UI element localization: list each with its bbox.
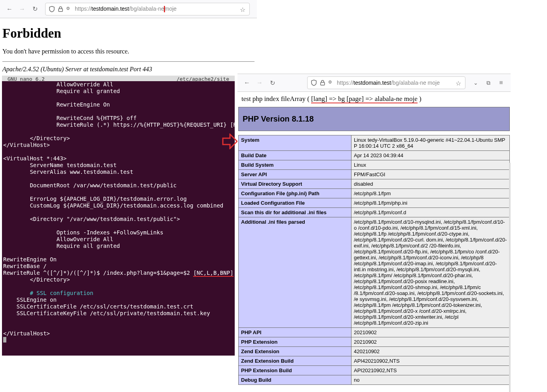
info-key: Additional .ini files parsed <box>239 217 351 328</box>
table-row: PHP Extension20210902 <box>239 337 510 347</box>
arrow-icon <box>222 133 238 149</box>
info-key: System <box>239 135 351 151</box>
phpinfo: PHP Version 8.1.18 SystemLinux tedy-Virt… <box>237 106 511 386</box>
info-value: 20210902 <box>351 328 510 337</box>
rewrite-flags: [NC,L,B,BNP] <box>193 270 233 277</box>
lock-icon <box>319 80 326 86</box>
info-value: disabled <box>351 179 510 189</box>
shield-icon <box>311 80 317 86</box>
url-text-left: https://testdomain.test/bg/alabala-nemoj… <box>75 6 237 12</box>
menu-icon[interactable]: ≡ <box>496 77 507 88</box>
table-row: Build SystemLinux <box>239 160 510 170</box>
settings-icon: ⚙ <box>328 80 334 86</box>
table-row: SystemLinux tedy-VirtualBox 5.19.0-40-ge… <box>239 135 510 151</box>
info-key: Scan this dir for additional .ini files <box>239 208 351 217</box>
terminal-header: GNU nano 6.2 /etc/apache2/site <box>2 76 235 81</box>
table-row: Zend Extension420210902 <box>239 347 510 356</box>
info-value: Linux tedy-VirtualBox 5.19.0-40-generic … <box>351 135 510 151</box>
server-signature: Apache/2.4.52 (Ubuntu) Server at testdom… <box>2 66 255 73</box>
info-value: API20210902,NTS <box>351 366 510 375</box>
info-key: Server API <box>239 170 351 179</box>
info-key: Zend Extension <box>239 347 351 356</box>
php-output-line: test php index fileArray ( [lang] => bg … <box>237 92 511 106</box>
pocket-icon[interactable]: ⌄ <box>470 77 481 88</box>
info-key: PHP API <box>239 328 351 337</box>
info-key: Configuration File (php.ini) Path <box>239 189 351 198</box>
back-button[interactable]: ← <box>241 77 253 88</box>
info-key: Debug Build <box>239 375 351 385</box>
table-row: Server APIFPM/FastCGI <box>239 170 510 179</box>
url-bar-right[interactable]: ⚙ https://testdomain.test/bg/alabala-ne … <box>307 76 465 89</box>
info-key: Build Date <box>239 151 351 160</box>
table-row: PHP Extension BuildAPI20210902,NTS <box>239 366 510 375</box>
terminal-cursor <box>3 337 6 343</box>
info-key: Virtual Directory Support <box>239 179 351 189</box>
info-value: FPM/FastCGI <box>351 170 510 179</box>
scrollbar[interactable] <box>509 163 511 392</box>
info-value: Apr 14 2023 04:39:44 <box>351 151 510 160</box>
url-bar-left[interactable]: ⚙ https://testdomain.test/bg/alabala-nem… <box>45 3 250 15</box>
shield-icon <box>49 6 55 12</box>
info-key: Build System <box>239 160 351 170</box>
star-icon[interactable]: ☆ <box>240 6 246 12</box>
phpinfo-table: SystemLinux tedy-VirtualBox 5.19.0-40-ge… <box>238 135 510 385</box>
star-icon[interactable]: ☆ <box>456 80 462 86</box>
table-row: Additional .ini files parsed/etc/php/8.1… <box>239 217 510 328</box>
table-row: Debug Buildno <box>239 375 510 385</box>
editor-name: GNU nano 6.2 <box>8 76 45 81</box>
forward-button[interactable]: → <box>254 77 265 88</box>
extension-icon[interactable]: ⧉ <box>483 77 494 88</box>
browser-toolbar-left: ← → ↻ ⚙ https://testdomain.test/bg/alaba… <box>0 0 257 18</box>
info-value: API420210902,NTS <box>351 356 510 366</box>
table-row: PHP API20210902 <box>239 328 510 337</box>
info-value: 420210902 <box>351 347 510 356</box>
table-row: Loaded Configuration File/etc/php/8.1/fp… <box>239 198 510 208</box>
info-value: /etc/php/8.1/fpm/php.ini <box>351 198 510 208</box>
info-value: /etc/php/8.1/fpm <box>351 189 510 198</box>
info-value: Linux <box>351 160 510 170</box>
info-value: /etc/php/8.1/fpm/conf.d <box>351 208 510 217</box>
info-key: Loaded Configuration File <box>239 198 351 208</box>
divider <box>2 61 255 62</box>
url-text-right: https://testdomain.test/bg/alabala-ne mo… <box>337 80 453 86</box>
back-button[interactable]: ← <box>4 4 15 15</box>
php-array-underlined: [lang] => bg [page] => alabala-ne moje <box>311 95 418 103</box>
forbidden-page: Forbidden You don't have permission to a… <box>0 18 257 75</box>
table-row: Scan this dir for additional .ini files/… <box>239 208 510 217</box>
page-title: Forbidden <box>2 26 255 41</box>
error-message: You don't have permission to access this… <box>2 48 255 55</box>
table-row: Zend Extension BuildAPI420210902,NTS <box>239 356 510 366</box>
forward-button[interactable]: → <box>17 4 28 15</box>
info-value: /etc/php/8.1/fpm/conf.d/10-mysqlnd.ini, … <box>351 217 510 328</box>
right-browser-window: ← → ↻ ⚙ https://testdomain.test/bg/alaba… <box>237 74 511 355</box>
table-row: Build DateApr 14 2023 04:39:44 <box>239 151 510 160</box>
reload-button[interactable]: ↻ <box>267 77 278 88</box>
svg-rect-1 <box>321 82 325 85</box>
info-key: PHP Extension Build <box>239 366 351 375</box>
svg-rect-0 <box>59 9 63 11</box>
browser-toolbar-right: ← → ↻ ⚙ https://testdomain.test/bg/alaba… <box>237 74 511 92</box>
reload-button[interactable]: ↻ <box>29 4 40 15</box>
table-row: Virtual Directory Supportdisabled <box>239 179 510 189</box>
info-key: Zend Extension Build <box>239 356 351 366</box>
terminal-body[interactable]: AllowOverride All Require all granted Re… <box>2 81 235 344</box>
file-path: /etc/apache2/site <box>177 76 229 81</box>
info-value: 20210902 <box>351 337 510 347</box>
info-key: PHP Extension <box>239 337 351 347</box>
settings-icon: ⚙ <box>66 6 72 12</box>
terminal-window[interactable]: GNU nano 6.2 /etc/apache2/site AllowOver… <box>2 76 235 356</box>
table-row: Configuration File (php.ini) Path/etc/ph… <box>239 189 510 198</box>
lock-icon <box>57 6 64 12</box>
php-version-header: PHP Version 8.1.18 <box>238 107 510 131</box>
info-value: no <box>351 375 510 385</box>
